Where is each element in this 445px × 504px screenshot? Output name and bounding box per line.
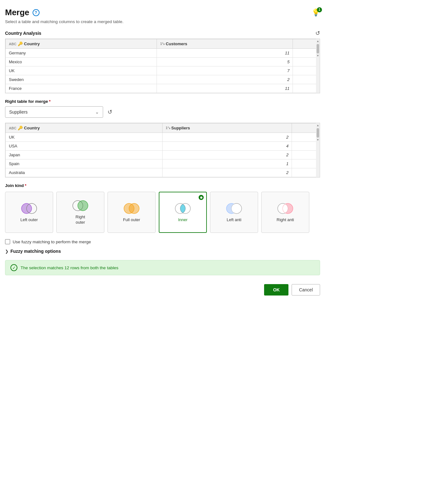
- join-kind-label: Join kind*: [5, 183, 320, 188]
- right-table-r4c1: Spain: [6, 159, 163, 168]
- right-table-r5c3: [292, 168, 320, 177]
- full-outer-label: Full outer: [123, 217, 140, 223]
- left-table-scrollbar[interactable]: ▲ ▼: [316, 39, 320, 93]
- svg-point-5: [129, 203, 139, 214]
- fuzzy-matching-row: Use fuzzy matching to perform the merge: [5, 239, 320, 244]
- right-outer-venn: [71, 199, 90, 212]
- left-table-r3c1: UK: [6, 66, 157, 75]
- right-anti-venn: [276, 202, 295, 215]
- right-table-r3c1: Japan: [6, 151, 163, 159]
- right-table-dropdown[interactable]: Suppliers ⌄: [5, 106, 103, 118]
- left-table-wrapper: ABC 🔑 Country 1²₃ Customers Germany 11: [5, 39, 320, 93]
- right-table-r2c1: USA: [6, 142, 163, 151]
- left-anti-label: Left anti: [227, 217, 241, 223]
- left-table-col2-header[interactable]: 1²₃ Customers: [157, 39, 293, 49]
- fuzzy-matching-checkbox[interactable]: [5, 239, 10, 244]
- scroll-down-arrow[interactable]: ▼: [316, 138, 319, 141]
- right-table-r3c3: [292, 151, 320, 159]
- dropdown-value: Suppliers: [9, 109, 28, 115]
- left-table-r2c1: Mexico: [6, 58, 157, 66]
- right-table-wrapper: ABC 🔑 Country 1²₃ Suppliers UK 2: [5, 123, 320, 177]
- scroll-up-arrow[interactable]: ▲: [316, 40, 319, 43]
- left-table-r2c2: 5: [157, 58, 293, 66]
- fuzzy-matching-label: Use fuzzy matching to perform the merge: [13, 240, 91, 244]
- right-table-col3-header[interactable]: [292, 123, 320, 133]
- left-table-header: Country Analysis ↺: [5, 30, 320, 37]
- right-table-r2c2: 4: [162, 142, 292, 151]
- abc-icon: ABC: [9, 126, 16, 130]
- table-row: Mexico 5: [6, 58, 320, 66]
- full-outer-venn: [122, 202, 141, 215]
- right-table-r4c2: 1: [162, 159, 292, 168]
- table-row: UK 2: [6, 133, 320, 142]
- left-table-r4c1: Sweden: [6, 75, 157, 84]
- join-card-right-outer[interactable]: Rightouter: [56, 192, 104, 233]
- success-check-icon: ✓: [10, 264, 17, 271]
- table-row: Germany 11: [6, 49, 320, 58]
- scroll-up-arrow[interactable]: ▲: [316, 124, 319, 127]
- left-table-r4c3: [293, 75, 320, 84]
- right-table-field-label: Right table for merge*: [5, 99, 320, 104]
- left-table-r4c2: 2: [157, 75, 293, 84]
- left-table-r5c1: France: [6, 84, 157, 93]
- join-cards-container: Left outer Rightouter Full outer: [5, 192, 320, 233]
- selected-indicator: [199, 195, 204, 200]
- left-table: ABC 🔑 Country 1²₃ Customers Germany 11: [5, 39, 320, 93]
- left-table-refresh-icon[interactable]: ↺: [315, 30, 320, 37]
- cancel-button[interactable]: Cancel: [292, 284, 320, 296]
- scroll-thumb[interactable]: [317, 128, 319, 138]
- join-card-right-anti[interactable]: Right anti: [261, 192, 309, 233]
- right-table: ABC 🔑 Country 1²₃ Suppliers UK 2: [5, 123, 320, 177]
- table-row: USA 4: [6, 142, 320, 151]
- right-table-refresh-icon[interactable]: ↺: [108, 109, 112, 115]
- scroll-thumb[interactable]: [317, 44, 319, 53]
- left-table-r5c2: 11: [157, 84, 293, 93]
- lightbulb-button[interactable]: 💡 1: [312, 9, 320, 17]
- left-table-col1-header[interactable]: ABC 🔑 Country: [6, 39, 157, 49]
- ok-button[interactable]: OK: [264, 284, 288, 296]
- table-row: Japan 2: [6, 151, 320, 159]
- abc-icon: ABC: [9, 42, 16, 46]
- right-table-r5c2: 2: [162, 168, 292, 177]
- inner-venn: [173, 202, 192, 215]
- left-table-r1c3: [293, 49, 320, 58]
- table-row: UK 7: [6, 66, 320, 75]
- fuzzy-options-row[interactable]: ❯ Fuzzy matching options: [5, 249, 320, 254]
- footer-buttons: OK Cancel: [5, 284, 320, 296]
- join-card-full-outer[interactable]: Full outer: [108, 192, 156, 233]
- notification-badge: 1: [317, 7, 322, 12]
- dialog-header: Merge ? 💡 1: [5, 8, 320, 17]
- left-table-r3c3: [293, 66, 320, 75]
- table-row: France 11: [6, 84, 320, 93]
- fuzzy-options-label: Fuzzy matching options: [10, 249, 61, 254]
- help-icon[interactable]: ?: [33, 9, 40, 16]
- left-table-col3-header[interactable]: [293, 39, 320, 49]
- join-card-inner[interactable]: Inner: [159, 192, 207, 233]
- right-table-r1c2: 2: [162, 133, 292, 142]
- 123-icon: 1²₃: [166, 126, 170, 130]
- required-star: *: [49, 99, 51, 104]
- right-table-col1-header[interactable]: ABC 🔑 Country: [6, 123, 163, 133]
- join-card-left-outer[interactable]: Left outer: [5, 192, 53, 233]
- left-table-r2c3: [293, 58, 320, 66]
- key-icon: 🔑: [18, 41, 23, 46]
- table-row: Spain 1: [6, 159, 320, 168]
- left-outer-label: Left outer: [21, 217, 38, 223]
- key-icon: 🔑: [18, 126, 23, 130]
- dialog-subtitle: Select a table and matching columns to c…: [5, 19, 320, 24]
- chevron-right-icon: ❯: [5, 249, 9, 254]
- left-outer-venn: [20, 202, 39, 215]
- chevron-down-icon: ⌄: [95, 109, 99, 115]
- scroll-down-arrow[interactable]: ▼: [316, 54, 319, 57]
- dropdown-wrapper: Suppliers ⌄ ↺: [5, 106, 320, 118]
- required-star: *: [25, 183, 26, 188]
- right-table-col2-header[interactable]: 1²₃ Suppliers: [162, 123, 292, 133]
- join-card-left-anti[interactable]: Left anti: [210, 192, 258, 233]
- right-outer-label: Rightouter: [76, 215, 85, 225]
- table-row: Australia 2: [6, 168, 320, 177]
- selected-indicator-inner: [200, 196, 202, 199]
- left-table-r5c3: [293, 84, 320, 93]
- right-table-r3c2: 2: [162, 151, 292, 159]
- right-table-r1c3: [292, 133, 320, 142]
- right-table-scrollbar[interactable]: ▲ ▼: [316, 123, 320, 177]
